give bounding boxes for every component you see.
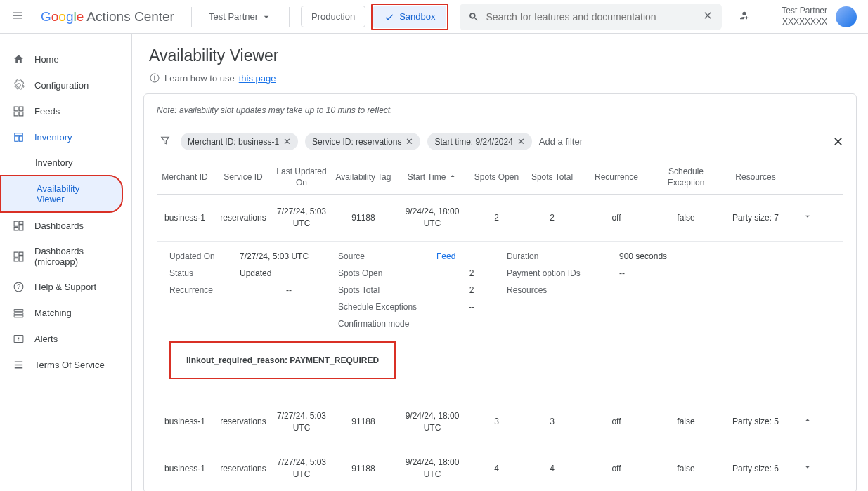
- cell-service: reservations: [216, 416, 271, 428]
- check-icon: [384, 11, 395, 22]
- sidebar-item-matching[interactable]: Matching: [0, 300, 131, 326]
- detail-value: 2: [436, 268, 507, 278]
- cell-start: 9/24/24, 18:00 UTC: [397, 457, 467, 480]
- dashboard-icon: [13, 251, 25, 263]
- cell-last-updated: 7/27/24, 5:03 UTC: [273, 410, 330, 434]
- search-box[interactable]: [460, 4, 723, 30]
- sidebar-item-configuration[interactable]: Configuration: [0, 72, 131, 98]
- linkout-reason-highlight: linkout_required_reason: PAYMENT_REQUIRE…: [169, 341, 396, 379]
- clear-filters-icon[interactable]: ✕: [833, 134, 843, 150]
- search-input[interactable]: [486, 11, 696, 22]
- detail-value: --: [240, 285, 338, 295]
- detail-value: Updated: [240, 268, 338, 278]
- user-management-icon[interactable]: [733, 6, 753, 27]
- partner-dropdown[interactable]: Test Partner: [203, 8, 278, 25]
- detail-value: 900 seconds: [619, 251, 704, 261]
- sidebar-item-inventory[interactable]: Inventory: [0, 124, 131, 150]
- sidebar-label: Dashboards: [34, 221, 84, 231]
- filter-chip-merchant[interactable]: Merchant ID: business-1✕: [181, 133, 298, 150]
- partner-dropdown-label: Test Partner: [209, 11, 258, 22]
- cell-merchant: business-1: [157, 463, 213, 475]
- inventory-icon: [13, 131, 25, 143]
- chip-remove-icon[interactable]: ✕: [406, 136, 413, 147]
- col-start-label: Start Time: [408, 172, 446, 183]
- expand-row-icon[interactable]: [793, 462, 822, 476]
- hamburger-menu-icon[interactable]: [6, 4, 30, 30]
- cell-spots-open: 3: [470, 416, 523, 428]
- cell-avail-tag: 91188: [332, 463, 394, 475]
- col-start[interactable]: Start Time: [397, 172, 467, 183]
- table-row[interactable]: business-1 reservations 7/27/24, 5:03 UT…: [157, 445, 843, 491]
- sidebar-item-help[interactable]: ?Help & Support: [0, 274, 131, 300]
- sidebar-subitem-inventory[interactable]: Inventory: [0, 150, 131, 175]
- chip-label: Merchant ID: business-1: [188, 137, 279, 147]
- chevron-down-icon: [803, 211, 812, 221]
- cell-schedule-exc: false: [654, 463, 718, 475]
- sidebar-subitem-availability-viewer[interactable]: Availability Viewer: [0, 175, 123, 213]
- col-recurrence: Recurrence: [581, 172, 652, 183]
- grid-icon: [13, 105, 25, 117]
- cell-start: 9/24/24, 18:00 UTC: [397, 410, 467, 434]
- sandbox-button[interactable]: Sandbox: [373, 6, 446, 28]
- detail-label: Resources: [507, 285, 619, 295]
- chip-remove-icon[interactable]: ✕: [517, 136, 525, 147]
- sidebar-item-tos[interactable]: Terms Of Service: [0, 352, 131, 378]
- gear-icon: [13, 79, 25, 91]
- col-service: Service ID: [216, 172, 271, 183]
- sidebar-item-dashboards-microapp[interactable]: Dashboards (microapp): [0, 239, 131, 274]
- sidebar-label: Inventory: [34, 132, 72, 143]
- chip-label: Start time: 9/24/2024: [434, 137, 512, 147]
- detail-label: Confirmation mode: [338, 319, 436, 329]
- page-title: Availability Viewer: [149, 46, 851, 65]
- cell-last-updated: 7/27/24, 5:03 UTC: [273, 206, 330, 230]
- search-clear-icon[interactable]: [702, 10, 713, 23]
- home-icon: [13, 53, 25, 65]
- cell-avail-tag: 91188: [332, 416, 394, 428]
- detail-label: Spots Open: [338, 268, 436, 278]
- dashboard-icon: [13, 220, 25, 232]
- cell-recurrence: off: [581, 463, 652, 475]
- filter-icon[interactable]: [157, 132, 174, 151]
- col-spots-total: Spots Total: [526, 172, 578, 183]
- user-sub: XXXXXXXX: [782, 17, 827, 28]
- table-row[interactable]: business-1 reservations 7/27/24, 5:03 UT…: [157, 399, 843, 446]
- user-name: Test Partner: [782, 6, 827, 17]
- expand-row-icon[interactable]: [793, 211, 822, 225]
- sidebar-label: Help & Support: [34, 282, 96, 292]
- sidebar-item-feeds[interactable]: Feeds: [0, 98, 131, 124]
- detail-label: Duration: [507, 251, 619, 261]
- chip-remove-icon[interactable]: ✕: [283, 136, 291, 147]
- cell-spots-total: 4: [526, 463, 578, 475]
- detail-source-link[interactable]: Feed: [436, 251, 507, 261]
- cell-service: reservations: [216, 463, 271, 475]
- product-name: Actions Center: [86, 9, 174, 25]
- cell-merchant: business-1: [157, 212, 213, 224]
- collapse-row-icon[interactable]: [793, 415, 822, 428]
- sidebar-label: Inventory: [35, 157, 72, 168]
- google-logo: Google: [41, 9, 84, 25]
- matching-icon: [13, 307, 25, 319]
- list-icon: [13, 359, 25, 371]
- svg-text:?: ?: [17, 283, 20, 290]
- sidebar-item-alerts[interactable]: Alerts: [0, 326, 131, 352]
- divider: [767, 7, 767, 27]
- cell-start: 9/24/24, 18:00 UTC: [397, 206, 467, 230]
- production-button[interactable]: Production: [301, 6, 365, 27]
- sidebar-item-dashboards[interactable]: Dashboards: [0, 213, 131, 239]
- cell-last-updated: 7/27/24, 5:03 UTC: [273, 457, 330, 480]
- help-link[interactable]: this page: [239, 73, 276, 84]
- sidebar: Home Configuration Feeds Inventory Inven…: [0, 34, 132, 491]
- chevron-down-icon: [803, 462, 812, 472]
- filter-chip-start[interactable]: Start time: 9/24/2024✕: [427, 133, 531, 150]
- cell-avail-tag: 91188: [332, 212, 394, 224]
- table-row[interactable]: business-1 reservations 7/27/24, 5:03 UT…: [157, 195, 843, 242]
- avatar[interactable]: [836, 6, 857, 27]
- detail-value: 2: [436, 285, 507, 295]
- add-filter[interactable]: Add a filter: [539, 136, 583, 147]
- filter-chip-service[interactable]: Service ID: reservations✕: [305, 133, 420, 150]
- sidebar-item-home[interactable]: Home: [0, 46, 131, 72]
- sidebar-label: Configuration: [34, 80, 89, 91]
- sidebar-label: Dashboards (microapp): [34, 246, 119, 267]
- cell-spots-total: 2: [526, 212, 578, 224]
- cell-recurrence: off: [581, 416, 652, 428]
